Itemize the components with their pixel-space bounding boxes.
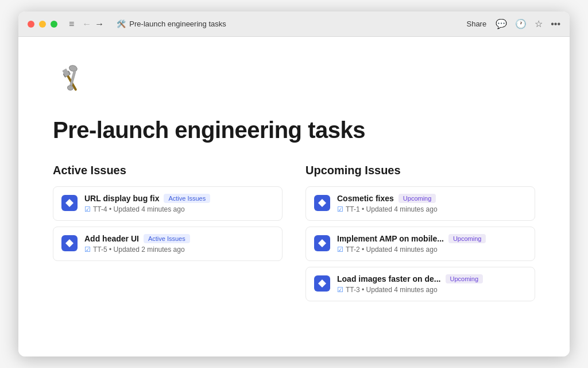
active-issues-heading: Active Issues <box>53 164 283 177</box>
issue-title-row-tt4: URL display bug fix Active Issues <box>84 194 274 203</box>
minimize-button[interactable] <box>39 21 46 28</box>
issue-icon-tt4 <box>61 195 78 211</box>
issue-info-tt3: Load images faster on de... Upcoming ☑ T… <box>337 274 527 294</box>
issue-icon-tt3 <box>314 275 330 292</box>
issue-badge-tt4: Active Issues <box>164 194 210 203</box>
share-button[interactable]: Share <box>466 20 486 28</box>
forward-arrow-icon[interactable]: → <box>95 19 104 29</box>
diamond-icon <box>65 239 74 248</box>
titlebar-controls: ≡ ← → 🛠️ Pre-launch engineering tasks <box>69 19 226 29</box>
issue-meta-tt1: ☑ TT-1 • Updated 4 minutes ago <box>337 205 527 213</box>
issue-card-tt3[interactable]: Load images faster on de... Upcoming ☑ T… <box>305 267 535 301</box>
upcoming-issues-heading: Upcoming Issues <box>305 164 535 177</box>
history-icon[interactable]: 🕐 <box>515 18 527 29</box>
titlebar: ≡ ← → 🛠️ Pre-launch engineering tasks Sh… <box>18 12 570 37</box>
check-icon-tt5: ☑ <box>84 246 91 254</box>
issue-card-tt1[interactable]: Cosmetic fixes Upcoming ☑ TT-1 • Updated… <box>305 186 535 221</box>
issue-badge-tt5: Active Issues <box>144 234 190 243</box>
issue-title-row-tt3: Load images faster on de... Upcoming <box>337 274 527 283</box>
issue-title-row-tt1: Cosmetic fixes Upcoming <box>337 194 527 203</box>
issue-name-tt1: Cosmetic fixes <box>337 194 394 203</box>
check-icon-tt4: ☑ <box>84 205 91 213</box>
issue-icon-tt1 <box>314 195 330 211</box>
page-breadcrumb: 🛠️ Pre-launch engineering tasks <box>117 20 226 28</box>
issue-info-tt1: Cosmetic fixes Upcoming ☑ TT-1 • Updated… <box>337 194 527 213</box>
issue-title-row-tt2: Implement AMP on mobile... Upcoming <box>337 234 527 243</box>
check-icon-tt2: ☑ <box>337 246 343 254</box>
traffic-lights <box>28 21 57 28</box>
more-icon[interactable]: ••• <box>551 19 560 29</box>
page-title-text: Pre-launch engineering tasks <box>129 20 226 28</box>
diamond-icon <box>65 198 74 208</box>
menu-icon[interactable]: ≡ <box>69 19 74 29</box>
star-icon[interactable]: ☆ <box>535 18 543 29</box>
check-icon-tt3: ☑ <box>337 286 343 294</box>
issue-meta-text-tt2: TT-2 • Updated 4 minutes ago <box>346 246 438 254</box>
back-arrow-icon[interactable]: ← <box>82 19 91 29</box>
diamond-icon <box>318 279 327 288</box>
issue-info-tt2: Implement AMP on mobile... Upcoming ☑ TT… <box>337 234 527 254</box>
issue-card-tt5[interactable]: Add header UI Active Issues ☑ TT-5 • Upd… <box>53 227 283 261</box>
comment-icon[interactable]: 💬 <box>496 18 507 29</box>
page-title-icon: 🛠️ <box>117 20 126 28</box>
issue-meta-text-tt4: TT-4 • Updated 4 minutes ago <box>93 205 185 213</box>
issue-info-tt5: Add header UI Active Issues ☑ TT-5 • Upd… <box>84 234 274 254</box>
issue-badge-tt2: Upcoming <box>448 234 486 243</box>
issues-columns: Active Issues URL display bug fix Active… <box>53 164 535 307</box>
diamond-icon <box>318 239 327 248</box>
check-icon-tt1: ☑ <box>337 205 343 213</box>
issue-icon-tt2 <box>314 235 330 251</box>
issue-meta-text-tt5: TT-5 • Updated 2 minutes ago <box>93 246 185 254</box>
diamond-icon <box>318 198 327 208</box>
issue-name-tt3: Load images faster on de... <box>337 274 441 283</box>
page-content: Pre-launch engineering tasks Active Issu… <box>18 37 570 356</box>
app-window: ≡ ← → 🛠️ Pre-launch engineering tasks Sh… <box>18 12 570 356</box>
issue-badge-tt3: Upcoming <box>446 274 483 283</box>
tools-icon <box>53 60 99 106</box>
issue-name-tt2: Implement AMP on mobile... <box>337 234 444 243</box>
issue-meta-tt3: ☑ TT-3 • Updated 4 minutes ago <box>337 286 527 294</box>
close-button[interactable] <box>28 21 34 28</box>
issue-title-row-tt5: Add header UI Active Issues <box>84 234 274 243</box>
nav-controls: ← → <box>82 19 104 29</box>
issue-name-tt5: Add header UI <box>84 234 139 243</box>
titlebar-right-icons: 💬 🕐 ☆ ••• <box>496 18 560 29</box>
issue-name-tt4: URL display bug fix <box>84 194 159 203</box>
issue-meta-tt2: ☑ TT-2 • Updated 4 minutes ago <box>337 246 527 254</box>
issue-card-tt4[interactable]: URL display bug fix Active Issues ☑ TT-4… <box>53 186 283 221</box>
maximize-button[interactable] <box>51 21 57 28</box>
issue-card-tt2[interactable]: Implement AMP on mobile... Upcoming ☑ TT… <box>305 227 535 261</box>
document-title: Pre-launch engineering tasks <box>53 117 535 143</box>
issue-meta-tt5: ☑ TT-5 • Updated 2 minutes ago <box>84 246 274 254</box>
issue-icon-tt5 <box>61 235 78 251</box>
active-issues-column: Active Issues URL display bug fix Active… <box>53 164 283 307</box>
issue-badge-tt1: Upcoming <box>399 194 436 203</box>
issue-meta-tt4: ☑ TT-4 • Updated 4 minutes ago <box>84 205 274 213</box>
issue-info-tt4: URL display bug fix Active Issues ☑ TT-4… <box>84 194 274 213</box>
page-icon <box>53 60 535 108</box>
titlebar-right: Share 💬 🕐 ☆ ••• <box>466 18 560 29</box>
svg-point-3 <box>68 64 78 72</box>
issue-meta-text-tt1: TT-1 • Updated 4 minutes ago <box>346 205 438 213</box>
upcoming-issues-column: Upcoming Issues Cosmetic fixes Upcoming <box>305 164 535 307</box>
issue-meta-text-tt3: TT-3 • Updated 4 minutes ago <box>346 286 438 294</box>
